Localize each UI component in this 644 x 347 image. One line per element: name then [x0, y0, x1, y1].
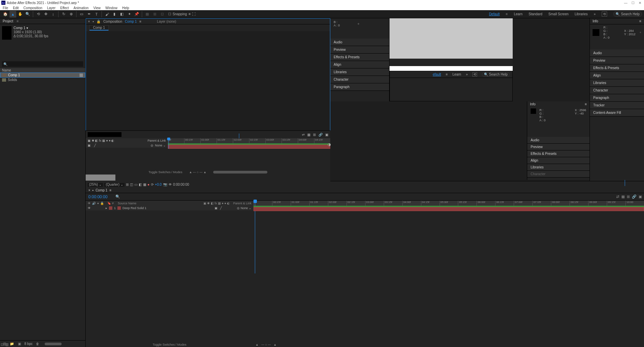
nested-info-tab[interactable]: Info [530, 102, 536, 106]
nested-zoom-slider[interactable] [213, 171, 267, 174]
right-panel-effects[interactable]: Effects & Presets [590, 64, 644, 72]
snap-opt1-icon[interactable]: ✳ [188, 12, 191, 16]
rotation-tool-icon[interactable]: ↻ [60, 11, 67, 18]
panel-align[interactable]: Align [330, 61, 389, 68]
nested-playhead-icon[interactable] [167, 138, 170, 140]
panel-audio[interactable]: Audio [330, 39, 389, 46]
delete-icon[interactable]: 🗑 [35, 342, 40, 346]
nested-reset-icon[interactable]: ⟲ [472, 72, 477, 77]
nested-layer-bar[interactable] [168, 145, 330, 149]
timeline-timecode[interactable]: 0:00:00:00 [86, 195, 115, 199]
nested-info-menu-icon[interactable]: ≡ [585, 102, 587, 106]
project-item-comp1[interactable]: Comp 1 [0, 73, 85, 78]
nested-layer-row[interactable]: ▣ ╱ ◎ None ⌄ [86, 143, 168, 148]
footer-icon2[interactable]: ▥ [5, 343, 8, 346]
snap-opt2-icon[interactable]: ⛶ [192, 12, 196, 16]
right-panel-tracker[interactable]: Tracker [590, 102, 644, 109]
nested-panel-preview[interactable]: Preview [527, 144, 590, 150]
reset-workspace-icon[interactable]: ⟲ [602, 12, 607, 17]
eraser-tool-icon[interactable]: ◧ [118, 11, 125, 18]
orbit-tool-icon[interactable]: ⟲ [35, 11, 42, 18]
footer-icon1[interactable]: ⊡ [1, 343, 3, 346]
workspace-learn[interactable]: Learn [514, 12, 523, 16]
menu-view[interactable]: View [93, 6, 101, 10]
viewer-subtab-comp1[interactable]: Comp 1 [89, 25, 109, 30]
tl-icon-graph[interactable]: 🔗 [632, 195, 637, 199]
workspace-more-icon[interactable]: » [594, 12, 596, 16]
exposure-reset2-icon[interactable]: ⟳ [151, 183, 154, 186]
tl-zoom-out-icon[interactable]: ▲ [256, 343, 259, 346]
menu-edit[interactable]: Edit [13, 6, 19, 10]
timeline-tab-comp1[interactable]: Comp 1 [95, 188, 107, 192]
panel-menu-icon[interactable]: ≡ [17, 19, 19, 23]
puppet-tool-icon[interactable]: 📌 [133, 11, 140, 18]
nested-tl-icon2[interactable]: ▦ [307, 133, 310, 137]
time-ruler[interactable]: 0f00:15f01:00f01:15f02:00f02:15f03:00f03… [253, 201, 644, 206]
right-panel-content-aware[interactable]: Content-Aware Fill [590, 109, 644, 117]
nested-panel-character[interactable]: Character [527, 171, 590, 178]
nested-ws-more-icon[interactable]: » [466, 73, 468, 76]
panel-libraries[interactable]: Libraries [330, 68, 389, 76]
project-search-input[interactable] [2, 61, 83, 67]
snapshot2-icon[interactable]: 📷 [163, 183, 167, 186]
nested-time-ruler[interactable]: 0f00:15f01:00f01:15f02:00f02:15f03:00f03… [168, 138, 330, 143]
bpc-toggle[interactable]: 8 bpc [24, 342, 32, 346]
layer-visibility-icon[interactable]: 👁 [88, 206, 91, 210]
menu-window[interactable]: Window [105, 6, 117, 10]
nested-workspace-default[interactable]: efault [433, 73, 441, 76]
roto-tool-icon[interactable]: ✦ [126, 11, 133, 18]
pen-tool-icon[interactable]: ✒ [86, 11, 92, 18]
timeline-solo-icon[interactable]: ▪ [92, 188, 94, 192]
menu-help[interactable]: Help [122, 6, 129, 10]
layer-name[interactable]: Deep Red Solid 1 [123, 206, 147, 210]
new-folder-icon[interactable]: 📁 [9, 342, 14, 346]
panel-effects[interactable]: Effects & Presets [330, 54, 389, 61]
grid2-icon[interactable]: ⊞ [126, 183, 129, 186]
right-panel-preview[interactable]: Preview [590, 57, 644, 64]
col-parent-link[interactable]: Parent & Link [233, 202, 251, 205]
col-source-name[interactable]: Source Name [118, 202, 136, 205]
nested-tl-icon3[interactable]: ⊞ [313, 133, 316, 137]
viewer-tab-comp[interactable]: Comp 1 [125, 20, 137, 23]
nested-tl-icon4[interactable]: 🔗 [318, 133, 323, 137]
timeline-tab-menu-icon[interactable]: ≡ [109, 188, 111, 192]
timeline-search-icon[interactable]: 🔍 [115, 195, 120, 199]
nested-end-marker-icon[interactable]: ◑ [328, 142, 331, 147]
workspace-default-menu-icon[interactable]: ≡ [506, 12, 508, 16]
type-tool-icon[interactable]: T [93, 11, 100, 18]
menu-effect[interactable]: Effect [60, 6, 69, 10]
close-tab-icon[interactable]: × [88, 20, 90, 23]
right-panel-paragraph[interactable]: Paragraph [590, 94, 644, 102]
nested-panel-audio[interactable]: Audio [527, 137, 590, 144]
layer-twirl-icon[interactable]: ▸ [106, 206, 107, 210]
solo-toggle-icon[interactable]: ● [97, 202, 99, 205]
nested-tl-icon5[interactable]: ▣ [325, 133, 328, 137]
nested-workspace-learn[interactable]: Learn [452, 73, 461, 76]
search-help[interactable]: 🔍 Search Help [613, 12, 642, 17]
viewer-menu-icon[interactable]: ≡ [139, 20, 141, 23]
mask2-icon[interactable]: ◫ [130, 183, 133, 186]
nested-search-help[interactable]: 🔍 Search Help [482, 72, 510, 77]
nested-tl-icon1[interactable]: ⇄ [302, 133, 305, 137]
audio-toggle-icon[interactable]: 🔊 [92, 202, 96, 205]
minimize-icon[interactable]: — [624, 1, 627, 5]
parent-none-dropdown[interactable]: None [241, 206, 248, 210]
close-icon[interactable]: ✕ [639, 1, 641, 5]
info-tab[interactable]: Info [593, 19, 598, 23]
nested-white-canvas[interactable]: efault ≡ Learn » ⟲ 🔍 Search Help [390, 18, 513, 101]
nested-panel-effects[interactable]: Effects & Presets [527, 150, 590, 157]
brush-tool-icon[interactable]: 🖌 [104, 11, 110, 18]
menu-animation[interactable]: Animation [73, 6, 88, 10]
nested-panel-libraries[interactable]: Libraries [527, 164, 590, 171]
nested-timecode-input[interactable] [88, 132, 121, 137]
new-comp-icon[interactable]: ▣ [17, 342, 22, 346]
maximize-icon[interactable]: ☐ [631, 1, 635, 5]
flowchart-icon[interactable] [80, 74, 83, 77]
layer-color-chip[interactable] [109, 206, 112, 210]
panel-paragraph[interactable]: Paragraph [330, 83, 389, 91]
right-panel-audio[interactable]: Audio [590, 49, 644, 57]
playhead-icon[interactable] [253, 200, 257, 203]
nested-toggle-switches[interactable]: Toggle Switches / Modes [149, 170, 182, 174]
tl-zoom-in-icon[interactable]: ▲ [273, 343, 276, 346]
clone-tool-icon[interactable]: ▮ [111, 11, 118, 18]
